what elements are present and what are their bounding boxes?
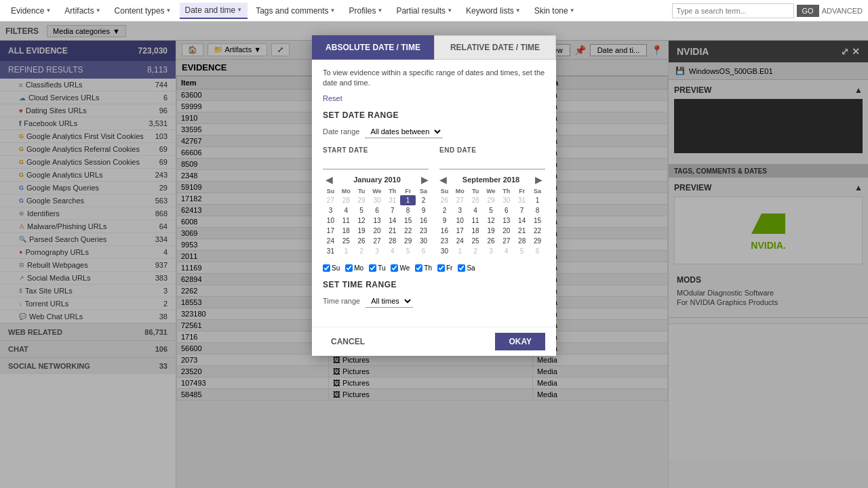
chevron-down-icon: ▼ — [166, 7, 172, 14]
modal-description: To view evidence within a specific range… — [323, 68, 545, 89]
nav-artifacts[interactable]: Artifacts ▼ — [59, 3, 106, 18]
end-date-input[interactable] — [439, 157, 545, 169]
reset-link[interactable]: Reset — [323, 94, 545, 102]
set-date-range-title: SET DATE RANGE — [323, 110, 545, 120]
nav-evidence[interactable]: Evidence ▼ — [5, 3, 56, 18]
start-calendar: ◀ January 2010 ▶ SuMoTuWeThFrSa 272829 — [323, 175, 431, 256]
modal-overlay: ABSOLUTE DATE / TIME RELATIVE DATE / TIM… — [0, 22, 868, 488]
end-cal-prev[interactable]: ◀ — [437, 175, 450, 184]
dates-row: START DATE END DATE — [323, 146, 545, 169]
cancel-button[interactable]: CANCEL — [323, 333, 373, 350]
start-cal-next[interactable]: ▶ — [418, 175, 431, 184]
advanced-button[interactable]: ADVANCED — [822, 7, 863, 15]
check-mo[interactable]: Mo — [345, 264, 363, 272]
date-range-row: Date range All dates between — [323, 125, 545, 138]
end-cal-grid: SuMoTuWeThFrSa 2627282930311 2345678 — [437, 187, 545, 256]
chevron-down-icon: ▼ — [237, 7, 242, 13]
check-tu[interactable]: Tu — [369, 264, 385, 272]
check-th[interactable]: Th — [415, 264, 432, 272]
end-date-col: END DATE — [439, 146, 545, 169]
time-range-select[interactable]: All times — [366, 295, 413, 308]
chevron-down-icon: ▼ — [447, 7, 452, 14]
modal-body: To view evidence within a specific range… — [312, 60, 556, 327]
okay-button[interactable]: OKAY — [495, 333, 545, 350]
chevron-down-icon: ▼ — [570, 7, 575, 14]
end-cal-next[interactable]: ▶ — [532, 175, 545, 184]
time-range-label: Time range — [323, 297, 360, 305]
modal-tabs: ABSOLUTE DATE / TIME RELATIVE DATE / TIM… — [312, 35, 556, 60]
start-cal-grid: SuMoTuWeThFrSa 272829303112 3456789 — [323, 187, 431, 256]
end-cal-month: September 2018 — [462, 176, 519, 184]
start-cal-prev[interactable]: ◀ — [323, 175, 336, 184]
nav-skin-tone[interactable]: Skin tone ▼ — [529, 3, 580, 18]
check-sa[interactable]: Sa — [458, 264, 475, 272]
start-cal-month: January 2010 — [353, 176, 401, 184]
nav-tags[interactable]: Tags and comments ▼ — [250, 3, 340, 18]
calendars-row: ◀ January 2010 ▶ SuMoTuWeThFrSa 272829 — [323, 175, 545, 256]
check-fr[interactable]: Fr — [437, 264, 452, 272]
chevron-down-icon: ▼ — [378, 7, 383, 14]
chevron-down-icon: ▼ — [96, 7, 101, 14]
date-range-select[interactable]: All dates between — [365, 125, 443, 138]
nav-partial-results[interactable]: Partial results ▼ — [391, 3, 458, 18]
nav-date-time[interactable]: Date and time ▼ — [180, 3, 248, 19]
nav-keyword-lists[interactable]: Keyword lists ▼ — [460, 3, 526, 18]
chevron-down-icon: ▼ — [45, 7, 51, 14]
time-range-row: Time range All times — [323, 295, 545, 308]
chevron-down-icon: ▼ — [330, 7, 336, 14]
tab-relative[interactable]: RELATIVE DATE / TIME — [434, 35, 556, 60]
top-nav: Evidence ▼ Artifacts ▼ Content types ▼ D… — [0, 0, 868, 22]
set-time-range-title: SET TIME RANGE — [323, 280, 545, 289]
start-cal-header: ◀ January 2010 ▶ — [323, 175, 431, 184]
nav-profiles[interactable]: Profiles ▼ — [343, 3, 388, 18]
end-calendar: ◀ September 2018 ▶ SuMoTuWeThFrSa 2627 — [437, 175, 545, 256]
start-date-label: START DATE — [323, 146, 429, 154]
modal-buttons: CANCEL OKAY — [312, 327, 556, 356]
date-range-label: Date range — [323, 127, 359, 136]
start-date-input[interactable] — [323, 157, 429, 169]
go-button[interactable]: GO — [797, 5, 819, 17]
day-checks: Su Mo Tu We Th Fr Sa — [323, 264, 545, 272]
check-su[interactable]: Su — [323, 264, 340, 272]
end-date-label: END DATE — [439, 146, 545, 154]
search-area: GO ADVANCED — [672, 3, 863, 18]
end-cal-header: ◀ September 2018 ▶ — [437, 175, 545, 184]
search-input[interactable] — [672, 3, 794, 18]
date-time-modal: ABSOLUTE DATE / TIME RELATIVE DATE / TIM… — [312, 35, 556, 356]
tab-absolute[interactable]: ABSOLUTE DATE / TIME — [312, 35, 434, 60]
chevron-down-icon: ▼ — [515, 7, 521, 14]
check-we[interactable]: We — [391, 264, 410, 272]
nav-content-types[interactable]: Content types ▼ — [109, 3, 177, 18]
start-date-col: START DATE — [323, 146, 429, 169]
